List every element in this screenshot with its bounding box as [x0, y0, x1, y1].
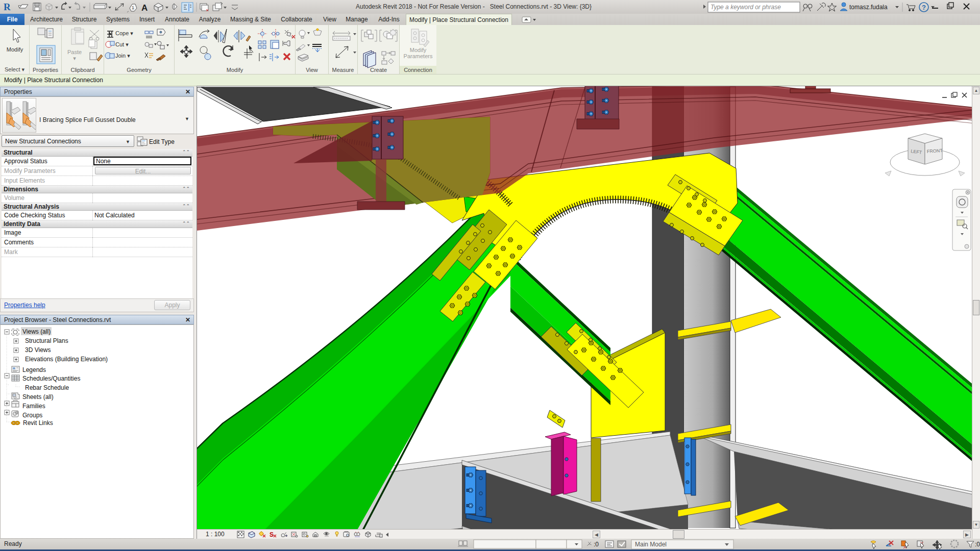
- svg-text:Structural Plans: Structural Plans: [25, 337, 68, 344]
- svg-text:Rebar Schedule: Rebar Schedule: [25, 384, 69, 391]
- svg-text:Groups: Groups: [22, 412, 42, 419]
- svg-text:3D Views: 3D Views: [25, 346, 51, 354]
- svg-text:Sheets (all): Sheets (all): [22, 393, 54, 400]
- svg-text:tomasz.fudala: tomasz.fudala: [849, 4, 888, 11]
- svg-text:Main Model: Main Model: [635, 541, 667, 548]
- svg-text:S: S: [270, 531, 274, 538]
- svg-text::0: :0: [975, 541, 980, 548]
- svg-text:R: R: [4, 2, 11, 12]
- svg-text:Families: Families: [22, 403, 45, 410]
- svg-text:Views (all): Views (all): [22, 328, 51, 335]
- svg-text:A: A: [141, 3, 148, 13]
- svg-text:1: 1: [132, 5, 134, 10]
- svg-text:Revit Links: Revit Links: [23, 419, 53, 427]
- svg-text:?: ?: [922, 4, 926, 11]
- svg-text:Schedules/Quantities: Schedules/Quantities: [22, 375, 80, 382]
- svg-text::0: :0: [594, 541, 599, 548]
- svg-text:Legends: Legends: [22, 366, 46, 373]
- svg-text:Type a keyword or phrase: Type a keyword or phrase: [710, 4, 781, 11]
- svg-text:Elevations (Building Elevation: Elevations (Building Elevation): [25, 356, 108, 363]
